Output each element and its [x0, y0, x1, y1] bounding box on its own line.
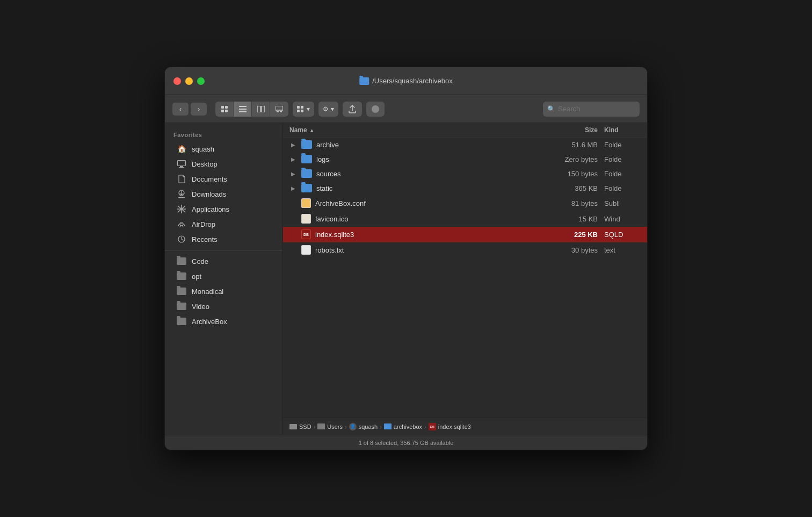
expand-arrow-icon[interactable]: ▶	[289, 171, 297, 177]
expand-arrow-icon: ▶	[289, 247, 297, 253]
sidebar-item-downloads[interactable]: Downloads	[168, 186, 279, 202]
svg-rect-13	[180, 166, 183, 167]
list-view-button[interactable]	[234, 102, 252, 117]
group-button[interactable]: ▾	[293, 102, 314, 117]
sidebar-item-video[interactable]: Video	[168, 299, 279, 314]
icon-view-button[interactable]	[215, 102, 234, 117]
file-size-cell: 51.6 MB	[533, 141, 598, 149]
nav-buttons: ‹ ›	[172, 103, 207, 116]
file-kind-cell: SQLD	[598, 231, 641, 239]
expand-arrow-icon[interactable]: ▶	[289, 142, 297, 148]
file-name-cell: ▶ DB index.sqlite3	[289, 229, 533, 239]
file-list: ▶ archive 51.6 MB Folde ▶ logs Zero byte…	[283, 138, 647, 418]
sidebar-item-code[interactable]: Code	[168, 254, 279, 269]
path-bar: SSD › Users › 👤 squash › archivebox	[283, 418, 647, 435]
path-item-archivebox[interactable]: archivebox	[384, 423, 422, 430]
file-name-cell: ▶ sources	[289, 169, 533, 178]
sidebar-item-airdrop[interactable]: AirDrop	[168, 217, 279, 232]
folder-icon	[317, 423, 325, 429]
sidebar-item-label: Applications	[192, 205, 229, 213]
svg-rect-12	[178, 161, 186, 166]
path-separator: ›	[314, 423, 316, 430]
table-row[interactable]: ▶ logs Zero bytes Folde	[283, 152, 647, 167]
table-row[interactable]: ▶ archive 51.6 MB Folde	[283, 138, 647, 152]
folder-icon	[177, 271, 186, 281]
view-buttons	[215, 102, 288, 117]
path-item-sqlite[interactable]: DB index.sqlite3	[429, 423, 471, 430]
path-separator: ›	[345, 423, 347, 430]
expand-arrow-icon: ▶	[289, 232, 297, 238]
table-row[interactable]: ▶ favicon.ico 15 KB Wind	[283, 211, 647, 227]
folder-icon	[177, 286, 186, 296]
minimize-button[interactable]	[185, 77, 193, 85]
file-size-cell: 150 bytes	[533, 170, 598, 178]
svg-rect-8	[297, 106, 300, 109]
table-row[interactable]: ▶ static 365 KB Folde	[283, 181, 647, 196]
sidebar-item-documents[interactable]: Documents	[168, 171, 279, 186]
column-size-header[interactable]: Size	[533, 126, 598, 134]
sort-arrow-icon: ▲	[309, 127, 315, 133]
file-kind-cell: Subli	[598, 199, 641, 207]
folder-icon	[384, 423, 392, 429]
path-separator: ›	[380, 423, 382, 430]
file-name-cell: ▶ static	[289, 184, 533, 192]
table-row[interactable]: ▶ sources 150 bytes Folde	[283, 167, 647, 181]
file-size-cell: 225 KB	[533, 231, 598, 239]
search-icon: 🔍	[547, 105, 555, 113]
forward-button[interactable]: ›	[191, 103, 207, 116]
search-bar[interactable]: 🔍	[543, 102, 640, 117]
table-row[interactable]: ▶ robots.txt 30 bytes text	[283, 242, 647, 258]
gear-button[interactable]: ⚙ ▾	[318, 102, 338, 117]
svg-point-21	[180, 222, 183, 226]
column-view-button[interactable]	[252, 102, 270, 117]
sidebar-item-label: Desktop	[192, 160, 218, 168]
search-input[interactable]	[558, 105, 635, 113]
file-kind-cell: Wind	[598, 215, 641, 223]
share-button[interactable]	[343, 102, 362, 117]
path-separator: ›	[424, 423, 426, 430]
path-item-users[interactable]: Users	[317, 423, 343, 430]
svg-rect-3	[257, 106, 260, 112]
sidebar-item-monadical[interactable]: Monadical	[168, 284, 279, 299]
close-button[interactable]	[173, 77, 181, 85]
sidebar-item-label: squash	[192, 145, 214, 153]
home-icon: 🏠	[177, 144, 186, 154]
sidebar-item-label: ArchiveBox	[192, 318, 227, 326]
file-name-cell: ▶ ArchiveBox.conf	[289, 198, 533, 208]
download-icon	[177, 189, 186, 199]
expand-arrow-icon[interactable]: ▶	[289, 156, 297, 162]
svg-rect-9	[301, 106, 303, 109]
back-button[interactable]: ‹	[172, 103, 189, 116]
table-row[interactable]: ▶ DB index.sqlite3 225 KB SQLD	[283, 227, 647, 242]
airdrop-icon	[177, 219, 186, 229]
column-kind-header[interactable]: Kind	[598, 126, 641, 134]
main-content: Favorites 🏠 squash Desktop Documents	[165, 123, 647, 435]
svg-rect-10	[297, 110, 300, 112]
sidebar-item-recents[interactable]: Recents	[168, 232, 279, 247]
sidebar-item-label: Video	[192, 303, 209, 311]
sidebar-item-squash[interactable]: 🏠 squash	[168, 141, 279, 156]
title-folder-icon	[359, 77, 369, 85]
folder-icon	[301, 140, 312, 149]
path-item-ssd[interactable]: SSD	[289, 423, 311, 430]
path-item-squash[interactable]: 👤 squash	[349, 423, 378, 430]
sidebar-item-opt[interactable]: opt	[168, 269, 279, 284]
maximize-button[interactable]	[197, 77, 205, 85]
drive-icon	[289, 424, 297, 429]
column-name-header[interactable]: Name ▲	[289, 126, 533, 134]
sidebar-item-archivebox[interactable]: ArchiveBox	[168, 314, 279, 329]
svg-rect-6	[277, 111, 279, 112]
sidebar-item-desktop[interactable]: Desktop	[168, 156, 279, 171]
sidebar-item-applications[interactable]: Applications	[168, 202, 279, 217]
file-kind-cell: text	[598, 246, 641, 254]
file-size-cell: Zero bytes	[533, 155, 598, 163]
table-row[interactable]: ▶ ArchiveBox.conf 81 bytes Subli	[283, 196, 647, 211]
sidebar-item-label: AirDrop	[192, 220, 215, 228]
expand-arrow-icon[interactable]: ▶	[289, 185, 297, 191]
finder-window: /Users/squash/archivebox ‹ ›	[164, 67, 648, 450]
sidebar-item-label: Code	[192, 257, 208, 265]
gallery-view-button[interactable]	[270, 102, 288, 117]
sidebar-item-label: Downloads	[192, 190, 226, 198]
sqlite-file-icon: DB	[301, 229, 311, 239]
tag-button[interactable]	[366, 102, 385, 117]
